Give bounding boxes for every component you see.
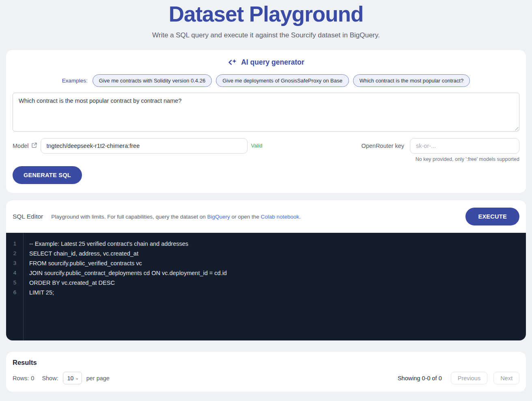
prompt-textarea[interactable]: Which contract is the most popular contr… — [13, 93, 519, 132]
editor-desc-prefix: Playground with limits. For full capabil… — [51, 214, 205, 220]
line-number: 6 — [6, 288, 24, 297]
ai-query-generator-card: AI query generator Examples: Give me con… — [6, 50, 526, 193]
showing-text: Showing 0-0 of 0 — [398, 375, 442, 381]
chevron-down-icon: ⌄ — [75, 375, 79, 381]
line-number: 1 — [6, 239, 24, 249]
colab-notebook-link[interactable]: Colab notebook — [261, 214, 299, 220]
line-number: 5 — [6, 278, 24, 288]
example-pill[interactable]: Give me deployments of GnosisSafeProxy o… — [216, 74, 349, 87]
model-status-badge: Valid — [251, 138, 263, 154]
page-size-select[interactable]: 10 ⌄ — [63, 372, 82, 384]
editor-description: Playground with limits. For full capabil… — [51, 214, 301, 220]
key-column: No key provided, only ':free' models sup… — [410, 138, 519, 162]
editor-code[interactable]: -- Example: Latest 25 verified contract'… — [24, 233, 526, 340]
editor-desc-middle: or open the — [232, 214, 259, 220]
editor-desc-suffix: . — [299, 214, 301, 220]
pagination: Showing 0-0 of 0 Previous Next — [398, 372, 519, 384]
sql-code-editor[interactable]: 123456 -- Example: Latest 25 verified co… — [6, 233, 526, 340]
per-page-label: per page — [86, 375, 110, 381]
examples-list: Give me contracts with Solidity version … — [93, 74, 470, 87]
code-sparkle-icon — [228, 59, 237, 66]
editor-title: SQL Editor — [13, 213, 43, 220]
generate-sql-button[interactable]: GENERATE SQL — [13, 166, 82, 184]
code-line[interactable]: ORDER BY vc.created_at DESC — [29, 278, 526, 288]
code-line[interactable]: -- Example: Latest 25 verified contract'… — [29, 239, 526, 249]
key-hint: No key provided, only ':free' models sup… — [410, 156, 519, 162]
results-card: Results Rows: 0 Show: 10 ⌄ per page Show… — [6, 352, 526, 392]
generator-title: AI query generator — [241, 58, 304, 67]
openrouter-key-input[interactable] — [410, 138, 519, 154]
line-number: 4 — [6, 268, 24, 278]
execute-button[interactable]: EXECUTE — [465, 208, 519, 225]
page-subtitle: Write a SQL query and execute it against… — [0, 31, 532, 39]
model-input[interactable] — [41, 138, 248, 154]
code-line[interactable]: JOIN sourcify.public_contract_deployment… — [29, 268, 526, 278]
external-link-icon[interactable] — [31, 142, 37, 150]
code-line[interactable]: SELECT chain_id, address, vc.created_at — [29, 249, 526, 258]
rows-count: Rows: 0 — [13, 375, 34, 381]
code-line[interactable]: FROM sourcify.public_verified_contracts … — [29, 258, 526, 268]
next-button[interactable]: Next — [493, 372, 519, 384]
page-title: Dataset Playground — [0, 2, 532, 26]
model-row: Model Valid OpenRouter key No key provid… — [13, 138, 519, 162]
example-pill[interactable]: Give me contracts with Solidity version … — [93, 74, 212, 87]
page-size-value: 10 — [67, 375, 74, 381]
examples-label: Examples: — [62, 78, 88, 84]
examples-row: Examples: Give me contracts with Solidit… — [13, 74, 519, 87]
example-pill[interactable]: Which contract is the most popular contr… — [353, 74, 470, 87]
bigquery-link[interactable]: BigQuery — [207, 214, 230, 220]
line-number: 2 — [6, 249, 24, 258]
code-line[interactable]: LIMIT 25; — [29, 288, 526, 297]
rows-value: 0 — [31, 375, 34, 381]
rows-label: Rows: — [13, 375, 29, 381]
results-title: Results — [13, 359, 519, 366]
editor-gutter: 123456 — [6, 233, 24, 340]
editor-header: SQL Editor Playground with limits. For f… — [6, 200, 526, 233]
prompt-wrap: Which contract is the most popular contr… — [13, 93, 519, 132]
results-controls: Rows: 0 Show: 10 ⌄ per page Showing 0-0 … — [13, 372, 519, 384]
model-label: Model — [13, 138, 29, 154]
sql-editor-card: SQL Editor Playground with limits. For f… — [6, 200, 526, 340]
generator-header: AI query generator — [13, 58, 519, 67]
previous-button[interactable]: Previous — [451, 372, 487, 384]
show-label: Show: — [42, 375, 58, 381]
line-number: 3 — [6, 258, 24, 268]
openrouter-key-label: OpenRouter key — [361, 138, 404, 154]
